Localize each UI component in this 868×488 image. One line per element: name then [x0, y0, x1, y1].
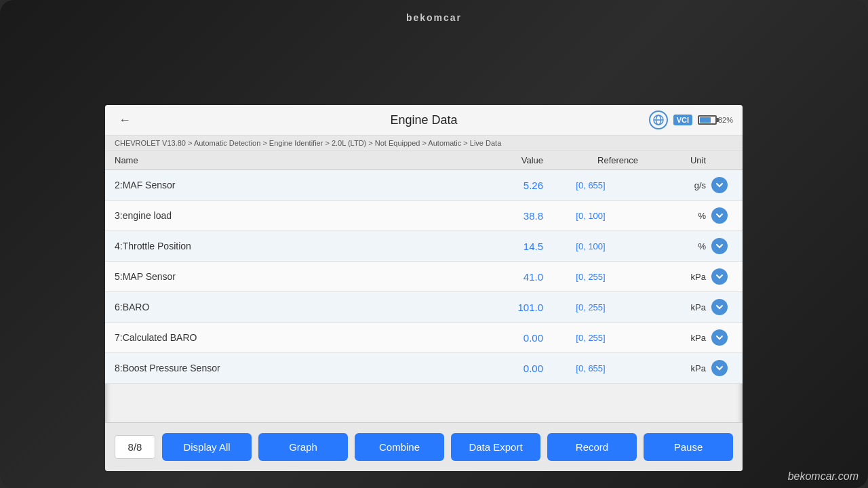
- data-export-button[interactable]: Data Export: [451, 433, 540, 461]
- cell-name: 6:BARO: [115, 302, 462, 312]
- cell-unit: kPa: [638, 363, 706, 373]
- graph-button[interactable]: Graph: [258, 433, 348, 461]
- table-row: 3:engine load 38.8 [0, 100] %: [105, 201, 743, 231]
- cell-value: 38.8: [462, 210, 543, 222]
- display-all-button[interactable]: Display All: [162, 433, 252, 461]
- row-dropdown-button[interactable]: [711, 360, 728, 376]
- cell-name: 5:MAP Sensor: [115, 271, 462, 282]
- table-body: 2:MAF Sensor 5.26 [0, 655] g/s 3:engine …: [105, 170, 743, 414]
- vci-badge: VCI: [673, 115, 692, 125]
- page-indicator: 8/8: [115, 435, 155, 459]
- cell-value: 14.5: [462, 241, 543, 252]
- cell-reference: [0, 255]: [543, 302, 638, 312]
- row-dropdown-button[interactable]: [711, 238, 728, 254]
- cell-dropdown[interactable]: [706, 329, 733, 346]
- cell-name: 3:engine load: [115, 210, 462, 221]
- cell-dropdown[interactable]: [706, 299, 733, 315]
- col-unit-header: Unit: [638, 155, 706, 165]
- table-header: Name Value Reference Unit: [105, 151, 743, 170]
- cell-value: 5.26: [462, 180, 543, 191]
- cell-unit: kPa: [638, 333, 706, 343]
- cell-name: 4:Throttle Position: [115, 241, 462, 251]
- bottom-brand: bekomcar.com: [788, 470, 859, 483]
- cell-dropdown[interactable]: [706, 207, 733, 224]
- record-button[interactable]: Record: [547, 433, 637, 461]
- cell-unit: kPa: [638, 302, 706, 312]
- table-row: 8:Boost Pressure Sensor 0.00 [0, 655] kP…: [105, 353, 743, 384]
- pause-button[interactable]: Pause: [644, 433, 733, 461]
- cell-reference: [0, 255]: [543, 272, 638, 282]
- header: ← Engine Data VCI 82%: [105, 105, 743, 136]
- col-reference-header: Reference: [543, 155, 638, 165]
- cell-dropdown[interactable]: [706, 268, 733, 285]
- cell-value: 41.0: [462, 271, 543, 283]
- row-dropdown-button[interactable]: [711, 207, 728, 224]
- table-row: 6:BARO 101.0 [0, 255] kPa: [105, 292, 743, 323]
- battery-indicator: 82%: [698, 115, 733, 125]
- cell-unit: %: [638, 241, 706, 251]
- header-right: VCI 82%: [649, 110, 733, 129]
- cell-dropdown[interactable]: [706, 360, 733, 376]
- cell-reference: [0, 100]: [543, 241, 638, 251]
- screen: ← Engine Data VCI 82%: [105, 105, 743, 471]
- cell-dropdown[interactable]: [706, 238, 733, 254]
- cell-reference: [0, 100]: [543, 211, 638, 221]
- page-title: Engine Data: [390, 113, 457, 127]
- row-dropdown-button[interactable]: [711, 299, 728, 315]
- row-dropdown-button[interactable]: [711, 268, 728, 285]
- cell-reference: [0, 655]: [543, 180, 638, 190]
- cell-unit: kPa: [638, 272, 706, 282]
- cell-unit: %: [638, 211, 706, 221]
- footer-toolbar: 8/8 Display All Graph Combine Data Expor…: [105, 422, 743, 471]
- cell-unit: g/s: [638, 180, 706, 190]
- row-dropdown-button[interactable]: [711, 177, 728, 193]
- cell-dropdown[interactable]: [706, 177, 733, 193]
- cell-name: 2:MAF Sensor: [115, 180, 462, 190]
- cell-reference: [0, 655]: [543, 363, 638, 373]
- table-row: 7:Calculated BARO 0.00 [0, 255] kPa: [105, 323, 743, 353]
- device-brand: bekomcar: [406, 12, 462, 23]
- device-shell: bekomcar ← Engine Data VCI: [0, 0, 868, 488]
- header-left: ←: [115, 112, 135, 128]
- combine-button[interactable]: Combine: [355, 433, 444, 461]
- cell-name: 8:Boost Pressure Sensor: [115, 363, 462, 373]
- table-row: 4:Throttle Position 14.5 [0, 100] %: [105, 231, 743, 262]
- battery-box: [698, 115, 717, 125]
- cell-value: 0.00: [462, 363, 543, 374]
- cell-value: 0.00: [462, 332, 543, 344]
- table-row: 2:MAF Sensor 5.26 [0, 655] g/s: [105, 170, 743, 201]
- breadcrumb: CHEVROLET V13.80 > Automatic Detection >…: [105, 136, 743, 151]
- cell-value: 101.0: [462, 302, 543, 313]
- cell-name: 7:Calculated BARO: [115, 332, 462, 343]
- col-name-header: Name: [115, 155, 462, 165]
- cell-reference: [0, 255]: [543, 333, 638, 343]
- row-dropdown-button[interactable]: [711, 329, 728, 346]
- col-value-header: Value: [462, 155, 543, 165]
- battery-fill: [700, 117, 711, 123]
- globe-icon[interactable]: [649, 110, 668, 129]
- table-row: 5:MAP Sensor 41.0 [0, 255] kPa: [105, 262, 743, 292]
- battery-percent: 82%: [718, 116, 733, 124]
- back-button[interactable]: ←: [115, 112, 135, 128]
- col-action-header: [706, 155, 733, 165]
